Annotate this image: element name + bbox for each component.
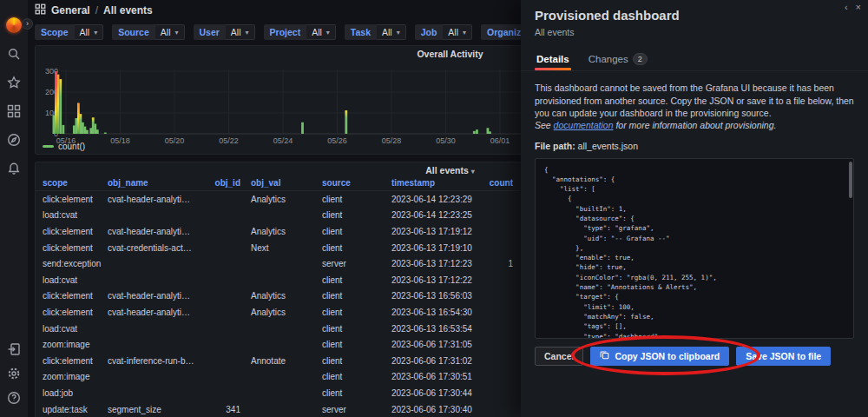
drawer-title: Provisioned dashboard (535, 0, 854, 23)
table-cell: load:cvat (43, 275, 108, 285)
filter-label: Job (415, 24, 444, 40)
file-path-line: File path: all_events.json (535, 141, 854, 151)
copy-json-button[interactable]: Copy JSON to clipboard (590, 347, 729, 366)
table-cell: load:cvat (43, 324, 108, 334)
table-cell: client (319, 324, 388, 334)
drawer-close-icon[interactable]: × (856, 2, 861, 12)
filter-task[interactable]: TaskAll▾ (345, 24, 406, 40)
changes-count-badge: 2 (633, 53, 648, 65)
panel-menu-chevron-icon: ▾ (471, 168, 475, 175)
filter-value: All (231, 27, 241, 37)
sidebar (0, 0, 28, 417)
table-cell: update:task (43, 405, 108, 414)
table-row: load:cvatclient2023-06-13 17:12:22 (36, 272, 520, 288)
json-code-text: { "annotations": { "list": [ { "builtIn"… (536, 159, 853, 339)
documentation-link[interactable]: documentation (554, 120, 614, 130)
chevron-down-icon: ▾ (326, 29, 330, 36)
column-header-timestamp[interactable]: timestamp (388, 178, 485, 188)
table-row: click:elementcvat-header-analyti…Analyti… (36, 304, 520, 321)
table-cell: cvat-header-analyti… (108, 195, 199, 204)
table-row: zoom:imageclient2023-06-06 17:31:05 (36, 336, 520, 353)
table-row: click:elementcvat-header-analyti…Analyti… (36, 288, 520, 305)
table-row: click:elementcvat-inference-run-b…Annota… (36, 353, 520, 369)
column-header-obj_id[interactable]: obj_id (199, 178, 240, 188)
tab-details-label: Details (536, 54, 569, 64)
filter-value: All (161, 27, 171, 37)
chevron-down-icon: ▾ (174, 29, 178, 36)
column-header-source[interactable]: source (319, 178, 388, 188)
table-cell: cvat-header-analyti… (108, 308, 199, 317)
table-cell: client (319, 227, 388, 236)
filter-user[interactable]: UserAll▾ (194, 24, 255, 40)
table-row: send:exceptionserver2023-06-13 17:12:231 (36, 255, 520, 272)
cancel-button[interactable]: Cancel (535, 347, 583, 366)
filter-value-dropdown[interactable]: All▾ (306, 24, 336, 40)
configuration-gear-icon[interactable] (3, 363, 24, 384)
filter-value-dropdown[interactable]: All▾ (155, 24, 185, 40)
save-json-button[interactable]: Save JSON to file (736, 347, 831, 366)
tab-changes[interactable]: Changes 2 (587, 50, 649, 70)
search-icon[interactable] (3, 43, 24, 64)
table-cell: click:element (43, 291, 108, 301)
dashboard-json-code[interactable]: { "annotations": { "list": [ { "builtIn"… (535, 158, 854, 339)
tab-details[interactable]: Details (535, 50, 571, 70)
tab-changes-label: Changes (589, 54, 628, 64)
filter-value-dropdown[interactable]: All▾ (377, 24, 406, 40)
dashboards-icon[interactable] (3, 101, 24, 122)
filter-value-dropdown[interactable]: All▾ (443, 24, 472, 40)
grafana-logo-icon (6, 17, 22, 33)
legend-color-swatch (43, 145, 54, 148)
documentation-line: See documentation for more information a… (535, 120, 854, 130)
code-scrollbar[interactable] (849, 162, 852, 198)
column-header-obj_name[interactable]: obj_name (108, 178, 199, 188)
chevron-down-icon: ▾ (94, 29, 97, 36)
table-cell: 2023-06-14 12:23:29 (388, 195, 485, 204)
table-cell: load:cvat (43, 210, 108, 220)
column-header-scope[interactable]: scope (43, 178, 108, 188)
chart-legend[interactable]: count() (43, 142, 85, 151)
drawer-back-icon[interactable]: ‹ (845, 2, 848, 12)
see-suffix: for more information about provisioning. (614, 120, 777, 130)
table-header-row[interactable]: scopeobj_nameobj_idobj_valsourcetimestam… (36, 175, 520, 191)
sign-in-icon[interactable] (3, 339, 24, 360)
table-cell: cvat-header-analyti… (108, 291, 199, 301)
svg-text:05/28: 05/28 (382, 136, 402, 145)
filter-project[interactable]: ProjectAll▾ (264, 24, 336, 40)
legend-label: count() (58, 142, 85, 151)
table-cell: 2023-06-06 17:30:40 (388, 405, 485, 414)
breadcrumb-section[interactable]: General (51, 4, 90, 17)
filter-value: All (80, 27, 90, 37)
table-cell: 2023-06-13 17:12:22 (388, 275, 485, 285)
table-row: load:cvatclient2023-06-14 12:23:25 (36, 208, 520, 224)
filter-label: Scope (35, 24, 75, 40)
table-cell: zoom:image (43, 340, 108, 349)
column-header-count[interactable]: count (485, 178, 520, 188)
table-cell: server (319, 405, 388, 414)
table-cell: 2023-06-13 16:56:03 (388, 291, 485, 301)
table-cell: zoom:image (43, 372, 108, 381)
filter-value-dropdown[interactable]: All▾ (75, 24, 104, 40)
starred-icon[interactable] (3, 72, 24, 93)
filter-scope[interactable]: ScopeAll▾ (35, 24, 103, 40)
table-cell: Analytics (240, 227, 319, 236)
drawer-subtitle: All events (535, 27, 854, 37)
chevron-down-icon: ▾ (246, 29, 249, 36)
filter-source[interactable]: SourceAll▾ (112, 24, 184, 40)
column-header-obj_val[interactable]: obj_val (240, 178, 319, 188)
explore-compass-icon[interactable] (3, 129, 24, 150)
filter-job[interactable]: JobAll▾ (415, 24, 472, 40)
alerting-bell-icon[interactable] (3, 158, 24, 179)
table-cell: client (319, 195, 388, 204)
table-cell: load:job (43, 388, 108, 398)
svg-text:06/01: 06/01 (490, 136, 510, 145)
table-cell: click:element (43, 356, 108, 366)
table-cell: 341 (199, 405, 240, 414)
help-icon[interactable] (3, 387, 24, 408)
breadcrumb-page[interactable]: All events (103, 4, 153, 17)
table-row: click:elementcvat-credentials-act…Nextcl… (36, 240, 520, 256)
table-cell: click:element (43, 195, 108, 204)
drawer-controls: ‹ × (845, 2, 861, 12)
sidebar-expand-button[interactable]: › (22, 18, 33, 30)
table-cell: client (319, 275, 388, 285)
filter-value-dropdown[interactable]: All▾ (226, 24, 255, 40)
